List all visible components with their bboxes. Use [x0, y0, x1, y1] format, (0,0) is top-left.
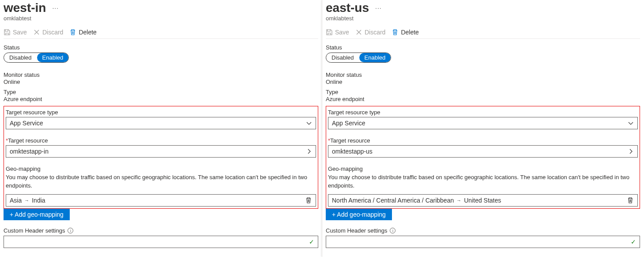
delete-button[interactable]: Delete [392, 29, 418, 36]
more-menu-icon[interactable]: ··· [375, 4, 382, 11]
target-resource-value: omktestapp-in [10, 148, 49, 155]
target-resource-label: *Target resource [328, 137, 638, 144]
chevron-down-icon [628, 120, 634, 126]
discard-label: Discard [42, 29, 63, 36]
type-value: Azure endpoint [326, 96, 640, 102]
status-toggle[interactable]: Disabled Enabled [4, 53, 69, 63]
target-resource-type-select[interactable]: App Service [328, 117, 638, 129]
add-geo-mapping-button[interactable]: + Add geo-mapping [4, 209, 70, 220]
command-bar: Save Discard Delete [4, 26, 318, 39]
status-label: Status [4, 44, 318, 51]
page-title: east-us [326, 0, 369, 16]
target-resource-picker[interactable]: omktestapp-in [6, 145, 316, 158]
endpoint-pane-left: west-in ··· omklabtest Save Discard Dele… [0, 0, 322, 257]
discard-label: Discard [365, 29, 385, 36]
target-resource-picker[interactable]: omktestapp-us [328, 145, 638, 158]
custom-header-input[interactable]: ✓ [4, 236, 318, 248]
geo-mapping-label: Geo-mapping [328, 165, 638, 172]
monitor-status-value: Online [4, 79, 318, 85]
arrow-icon: → [24, 198, 29, 203]
geo-mapping-row[interactable]: North America / Central America / Caribb… [328, 194, 638, 207]
geo-mapping-label: Geo-mapping [6, 165, 316, 172]
monitor-status-label: Monitor status [326, 71, 640, 78]
arrow-icon: → [456, 198, 461, 203]
chevron-right-icon [628, 148, 634, 154]
geo-mapping-desc: You may choose to distribute traffic bas… [328, 173, 638, 190]
geo-mapping-desc: You may choose to distribute traffic bas… [6, 173, 316, 190]
check-icon: ✓ [631, 238, 636, 245]
geo-mapping-text: North America / Central America / Caribb… [332, 197, 501, 204]
info-icon[interactable]: i [390, 228, 395, 233]
chevron-right-icon [306, 148, 312, 154]
page-title: west-in [4, 0, 46, 16]
title-row: west-in ··· [4, 0, 318, 16]
target-resource-type-select[interactable]: App Service [6, 117, 316, 129]
target-resource-type-value: App Service [10, 120, 43, 127]
command-bar: Save Discard Delete [326, 26, 640, 39]
save-button[interactable]: Save [326, 29, 349, 36]
check-icon: ✓ [309, 238, 314, 245]
save-label: Save [13, 29, 27, 36]
custom-header-label: Custom Header settings i [4, 227, 318, 234]
type-label: Type [4, 89, 318, 95]
breadcrumb: omklabtest [4, 15, 318, 22]
status-toggle[interactable]: Disabled Enabled [326, 53, 391, 63]
trash-icon [69, 29, 76, 36]
breadcrumb: omklabtest [326, 15, 640, 22]
endpoint-pane-right: east-us ··· omklabtest Save Discard Dele… [322, 0, 644, 257]
delete-button[interactable]: Delete [69, 29, 96, 36]
save-label: Save [335, 29, 349, 36]
more-menu-icon[interactable]: ··· [52, 4, 59, 11]
geo-mapping-text: Asia → India [10, 197, 45, 204]
trash-icon [392, 29, 399, 36]
status-disabled[interactable]: Disabled [326, 53, 359, 62]
close-icon [33, 29, 40, 36]
info-icon[interactable]: i [68, 228, 73, 233]
highlighted-section: Target resource type App Service *Target… [326, 106, 640, 209]
status-disabled[interactable]: Disabled [4, 53, 37, 62]
close-icon [355, 29, 362, 36]
discard-button[interactable]: Discard [33, 29, 63, 36]
target-resource-value: omktestapp-us [332, 148, 373, 155]
status-enabled[interactable]: Enabled [359, 53, 391, 62]
monitor-status-value: Online [326, 79, 640, 85]
target-resource-type-label: Target resource type [328, 109, 638, 116]
delete-geo-icon[interactable] [627, 197, 634, 204]
highlighted-section: Target resource type App Service *Target… [4, 106, 318, 209]
discard-button[interactable]: Discard [355, 29, 385, 36]
custom-header-label: Custom Header settings i [326, 227, 640, 234]
target-resource-label: *Target resource [6, 137, 316, 144]
target-resource-type-label: Target resource type [6, 109, 316, 116]
save-icon [4, 29, 11, 36]
save-button[interactable]: Save [4, 29, 27, 36]
status-label: Status [326, 44, 640, 51]
delete-geo-icon[interactable] [305, 197, 312, 204]
delete-label: Delete [79, 29, 96, 36]
chevron-down-icon [306, 120, 312, 126]
custom-header-input[interactable]: ✓ [326, 236, 640, 248]
title-row: east-us ··· [326, 0, 640, 16]
type-value: Azure endpoint [4, 96, 318, 102]
geo-mapping-row[interactable]: Asia → India [6, 194, 316, 207]
save-icon [326, 29, 333, 36]
target-resource-type-value: App Service [332, 120, 365, 127]
add-geo-mapping-button[interactable]: + Add geo-mapping [326, 209, 392, 220]
delete-label: Delete [401, 29, 418, 36]
monitor-status-label: Monitor status [4, 71, 318, 78]
type-label: Type [326, 89, 640, 95]
status-enabled[interactable]: Enabled [37, 53, 69, 62]
